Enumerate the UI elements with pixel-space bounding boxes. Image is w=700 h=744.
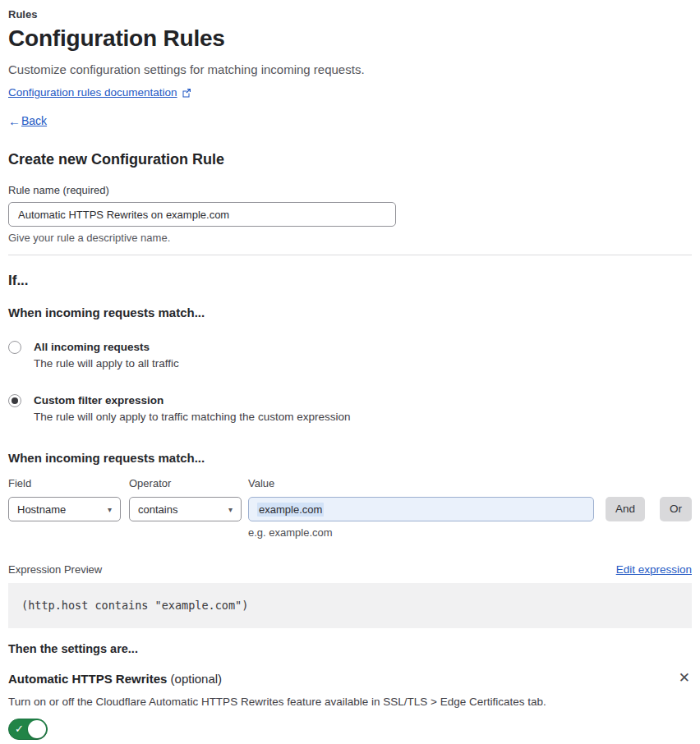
expression-preview-row: Expression Preview Edit expression <box>8 563 692 576</box>
radio-option-description: The rule will apply to all traffic <box>34 356 179 370</box>
rule-name-help: Give your rule a descriptive name. <box>8 232 692 245</box>
page-title: Configuration Rules <box>8 25 692 53</box>
field-label: Field <box>8 477 121 490</box>
radio-selected-icon[interactable] <box>8 394 21 407</box>
back-link[interactable]: Back <box>21 114 47 128</box>
builder-controls-row: Hostname ▾ contains ▾ example.com e.g. e… <box>8 497 692 540</box>
chevron-down-icon: ▾ <box>108 505 112 514</box>
toggle-knob <box>28 720 46 738</box>
setting-description: Turn on or off the Cloudflare Automatic … <box>8 695 692 709</box>
page-subtitle: Customize configuration settings for mat… <box>8 62 692 77</box>
documentation-row: Configuration rules documentation <box>8 85 692 99</box>
field-select[interactable]: Hostname ▾ <box>8 497 121 521</box>
radio-option-all-requests[interactable]: All incoming requests The rule will appl… <box>8 340 692 370</box>
value-input-text: example.com <box>257 503 324 517</box>
expression-builder-heading: When incoming requests match... <box>8 450 692 466</box>
and-button[interactable]: And <box>606 497 645 521</box>
if-heading: If... <box>8 272 692 290</box>
value-label: Value <box>248 477 601 490</box>
back-arrow-icon: ← <box>8 114 21 128</box>
rule-name-label: Rule name (required) <box>8 184 692 197</box>
value-help-text: e.g. example.com <box>248 526 594 540</box>
setting-title-optional: (optional) <box>167 672 222 686</box>
setting-title-text: Automatic HTTPS Rewrites <box>8 672 167 686</box>
then-settings-heading: Then the settings are... <box>8 641 692 656</box>
setting-card-header: Automatic HTTPS Rewrites (optional) ✕ <box>8 671 692 687</box>
setting-title: Automatic HTTPS Rewrites (optional) <box>8 671 222 687</box>
or-button[interactable]: Or <box>660 497 692 521</box>
operator-label: Operator <box>129 477 242 490</box>
value-input[interactable]: example.com <box>248 497 594 521</box>
operator-select-value: contains <box>138 503 177 516</box>
expression-preview-code: (http.host contains "example.com") <box>8 583 692 628</box>
edit-expression-link[interactable]: Edit expression <box>616 563 692 576</box>
create-rule-heading: Create new Configuration Rule <box>8 149 692 169</box>
radio-unselected-icon[interactable] <box>8 341 21 354</box>
field-select-value: Hostname <box>17 503 66 516</box>
radio-option-custom-filter[interactable]: Custom filter expression The rule will o… <box>8 393 692 424</box>
check-icon: ✓ <box>15 723 24 735</box>
operator-select[interactable]: contains ▾ <box>129 497 242 521</box>
external-link-icon <box>182 88 191 98</box>
automatic-https-rewrites-toggle[interactable]: ✓ <box>8 719 48 740</box>
configuration-rules-page: Rules Configuration Rules Customize conf… <box>0 0 700 743</box>
radio-option-label: All incoming requests <box>34 340 179 354</box>
close-icon[interactable]: ✕ <box>677 671 692 685</box>
rule-name-input[interactable] <box>8 202 396 227</box>
radio-option-label: Custom filter expression <box>34 393 350 407</box>
chevron-down-icon: ▾ <box>228 505 233 514</box>
builder-labels-row: Field Operator Value <box>8 477 692 490</box>
documentation-link[interactable]: Configuration rules documentation <box>8 85 177 99</box>
breadcrumb: Rules <box>8 8 692 21</box>
back-row: ← Back <box>8 114 692 128</box>
radio-option-description: The rule will only apply to traffic matc… <box>34 410 350 424</box>
match-heading: When incoming requests match... <box>8 305 692 320</box>
expression-preview-label: Expression Preview <box>8 563 102 576</box>
section-divider <box>8 255 692 255</box>
